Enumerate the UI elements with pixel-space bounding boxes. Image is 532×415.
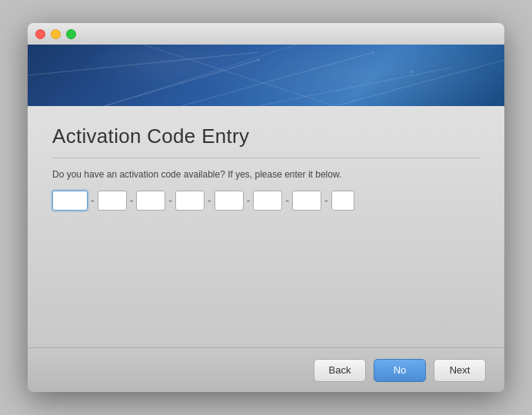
description-text: Do you have an activation code available… (52, 169, 480, 180)
divider (52, 158, 480, 158)
close-button[interactable] (35, 29, 45, 39)
separator-7: - (324, 194, 328, 207)
svg-line-6 (105, 45, 297, 106)
code-segment-5 (214, 191, 244, 211)
code-input-6[interactable] (253, 191, 282, 211)
code-input-4[interactable] (175, 191, 204, 211)
svg-line-2 (258, 68, 451, 106)
separator-5: - (247, 194, 251, 207)
separator-3: - (168, 194, 172, 207)
code-segment-1 (52, 191, 88, 211)
back-button[interactable]: Back (314, 359, 366, 382)
content-spacer (52, 226, 480, 335)
maximize-button[interactable] (66, 29, 76, 39)
header-banner (28, 45, 504, 106)
code-input-8[interactable] (331, 191, 354, 211)
separator-6: - (285, 194, 289, 207)
code-segment-4 (175, 191, 204, 211)
code-input-2[interactable] (98, 191, 127, 211)
code-segment-2 (98, 191, 127, 211)
svg-line-3 (28, 52, 258, 75)
code-input-3[interactable] (136, 191, 165, 211)
svg-line-5 (143, 45, 335, 106)
svg-line-1 (181, 52, 374, 106)
content-area: Activation Code Entry Do you have an act… (28, 106, 504, 347)
main-window: Activation Code Entry Do you have an act… (28, 23, 504, 392)
activation-code-row: - - - - - - - (52, 191, 480, 211)
code-input-5[interactable] (214, 191, 244, 211)
code-input-1[interactable] (52, 191, 88, 211)
separator-4: - (208, 194, 211, 207)
svg-point-10 (411, 70, 414, 73)
footer: Back No Next (28, 347, 504, 392)
separator-2: - (130, 194, 134, 207)
code-segment-7 (292, 191, 321, 211)
svg-line-4 (335, 60, 504, 106)
next-button[interactable]: Next (434, 359, 486, 382)
page-title: Activation Code Entry (52, 124, 480, 148)
no-button[interactable]: No (374, 359, 426, 382)
titlebar (28, 23, 504, 45)
code-segment-8 (331, 191, 354, 211)
svg-point-8 (373, 51, 375, 54)
code-input-7[interactable] (292, 191, 321, 211)
code-segment-6 (253, 191, 282, 211)
separator-1: - (91, 194, 95, 207)
svg-point-7 (257, 58, 260, 61)
minimize-button[interactable] (51, 29, 61, 39)
svg-point-9 (181, 82, 183, 85)
code-segment-3 (136, 191, 165, 211)
